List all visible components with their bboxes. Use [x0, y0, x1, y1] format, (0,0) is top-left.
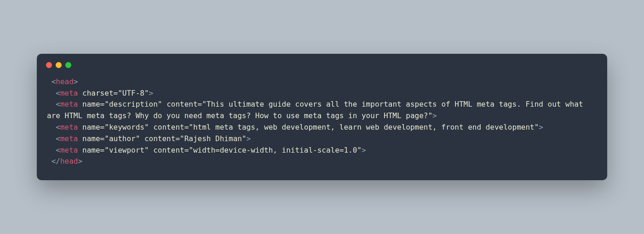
code-punct: > [74, 77, 78, 86]
code-tag: meta [60, 134, 78, 143]
code-value: "UTF-8" [118, 89, 149, 97]
code-attr: content [167, 100, 197, 108]
code-attr: name [82, 123, 100, 131]
code-space [149, 123, 154, 131]
code-attr: content [153, 146, 184, 154]
code-punct: > [149, 89, 154, 97]
code-tag: head [60, 157, 78, 166]
code-value: "Rajesh Dhiman" [180, 134, 247, 143]
code-punct: < [47, 146, 60, 154]
code-tag: meta [60, 146, 78, 154]
code-space [162, 100, 167, 108]
code-attr: content [144, 134, 175, 143]
code-value: "author" [104, 134, 140, 143]
code-attr: name [82, 134, 100, 143]
code-value: "width=device-width, initial-scale=1.0" [189, 146, 362, 154]
code-block: <head> <meta charset="UTF-8"> <meta name… [37, 72, 607, 180]
code-equals: = [100, 134, 105, 143]
code-punct: > [78, 157, 82, 166]
window-titlebar [37, 54, 607, 72]
code-attr: name [82, 146, 100, 154]
code-punct: < [47, 100, 60, 108]
code-punct: < [47, 89, 60, 97]
code-space [78, 134, 82, 143]
code-value: "viewport" [104, 146, 149, 154]
code-tag: meta [60, 89, 78, 97]
code-attr: name [82, 100, 100, 108]
code-tag: head [56, 77, 74, 86]
code-equals: = [100, 123, 105, 131]
code-equals: = [198, 100, 202, 108]
code-space [78, 146, 82, 154]
code-equals: = [184, 123, 189, 131]
code-equals: = [100, 100, 105, 108]
code-punct: < [47, 77, 56, 86]
code-equals: = [114, 89, 118, 97]
code-attr: charset [82, 89, 113, 97]
code-space [78, 89, 82, 97]
code-punct: < [47, 134, 60, 143]
code-punct: > [539, 123, 543, 131]
code-equals: = [100, 146, 105, 154]
code-value: "description" [104, 100, 162, 108]
code-attr: content [153, 123, 184, 131]
code-tag: meta [60, 100, 78, 108]
code-tag: meta [60, 123, 78, 131]
code-space [140, 134, 144, 143]
code-punct: > [247, 134, 251, 143]
code-punct: </ [47, 157, 60, 166]
code-value: "html meta tags, web development, learn … [189, 123, 539, 131]
code-punct: > [432, 111, 437, 120]
code-space [149, 146, 154, 154]
close-icon[interactable] [46, 62, 52, 68]
code-punct: > [362, 146, 366, 154]
code-equals: = [175, 134, 180, 143]
code-value: "keywords" [104, 123, 149, 131]
code-space [78, 100, 82, 108]
maximize-icon[interactable] [65, 62, 71, 68]
code-space [78, 123, 82, 131]
code-punct: < [47, 123, 60, 131]
code-window: <head> <meta charset="UTF-8"> <meta name… [37, 54, 607, 180]
code-equals: = [184, 146, 189, 154]
minimize-icon[interactable] [56, 62, 62, 68]
